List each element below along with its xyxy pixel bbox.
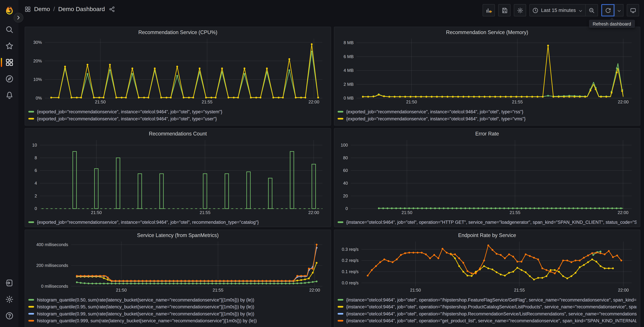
chart[interactable]: 0%10%20%30%21:5021:5522:00	[28, 36, 327, 107]
svg-text:21:55: 21:55	[510, 210, 520, 215]
sidebar	[0, 0, 18, 327]
refresh-button[interactable]	[601, 4, 614, 16]
legend: histogram_quantile(0.50, sum(rate(latenc…	[28, 296, 327, 324]
chart[interactable]: 02040608010021:5021:5522:00	[338, 138, 636, 218]
save-icon	[502, 7, 508, 14]
svg-text:100: 100	[341, 143, 348, 148]
time-range-picker[interactable]: Last 15 minutes	[530, 4, 586, 16]
svg-text:6 MB: 6 MB	[344, 54, 354, 59]
chart[interactable]: 0.0 req/s0.1 req/s0.2 req/s0.3 req/s21:5…	[338, 239, 636, 295]
svg-text:21:50: 21:50	[95, 100, 106, 104]
chart[interactable]: 024681021:5021:5522:00	[28, 138, 327, 218]
panel-title[interactable]: Recommendation Service (Memory)	[338, 30, 636, 35]
time-controls: Last 15 minutes	[530, 4, 598, 16]
sidebar-item-help[interactable]	[0, 308, 18, 324]
legend-item[interactable]: histogram_quantile(0.50, sum(rate(latenc…	[28, 296, 327, 303]
legend-series-label: {exported_job="recommendationservice", i…	[346, 116, 526, 121]
svg-text:8 MB: 8 MB	[344, 40, 354, 45]
zoom-out-button[interactable]	[586, 4, 598, 16]
chevron-down-icon	[578, 8, 583, 12]
svg-text:0%: 0%	[36, 96, 42, 100]
panel-recommendation-memory: Recommendation Service (Memory) 0 MB2 MB…	[334, 27, 640, 126]
legend-item[interactable]: {instance="otelcol:9464", job="otel", op…	[338, 317, 636, 324]
legend-series-marker	[338, 118, 343, 119]
gear-icon	[5, 295, 14, 304]
svg-text:21:50: 21:50	[402, 210, 412, 215]
sidebar-item-explore[interactable]	[0, 71, 18, 87]
legend: {instance="otelcol:9464", job="otel", op…	[338, 218, 636, 226]
svg-text:22:00: 22:00	[618, 288, 629, 292]
tv-mode-button[interactable]	[627, 4, 639, 16]
svg-text:80: 80	[343, 156, 348, 160]
refresh-controls: Refresh dashboard	[601, 4, 624, 16]
legend-item[interactable]: {instance="otelcol:9464", job="otel", op…	[338, 310, 636, 317]
legend-series-label: {exported_job="recommendationservice", i…	[37, 116, 217, 121]
breadcrumb: Demo / Demo Dashboard	[25, 6, 115, 12]
legend-item[interactable]: {exported_job="recommendationservice", i…	[338, 115, 636, 122]
svg-text:22:00: 22:00	[618, 100, 628, 104]
legend-item[interactable]: {exported_job="recommendationservice", i…	[28, 108, 327, 115]
legend-series-marker	[338, 299, 343, 300]
refresh-interval-dropdown[interactable]	[614, 4, 624, 16]
sidebar-item-starred[interactable]	[0, 38, 18, 54]
panel-title[interactable]: Recommendations Count	[28, 131, 327, 137]
legend-item[interactable]: {exported_job="recommendationservice", i…	[28, 218, 327, 226]
breadcrumb-page[interactable]: Demo Dashboard	[58, 6, 105, 12]
legend-item[interactable]: {instance="otelcol:9464", job="otel", op…	[338, 218, 636, 226]
panel-title[interactable]: Recommendation Service (CPU%)	[28, 30, 327, 35]
breadcrumb-section[interactable]: Demo	[34, 6, 50, 12]
svg-text:2 MB: 2 MB	[344, 82, 354, 86]
panel-title[interactable]: Error Rate	[338, 131, 636, 137]
svg-text:21:55: 21:55	[514, 288, 525, 292]
svg-text:6: 6	[34, 168, 37, 173]
legend-item[interactable]: {exported_job="recommendationservice", i…	[28, 115, 327, 122]
header: Demo / Demo Dashboard Last 15 minutes	[18, 0, 644, 21]
tv-icon	[630, 7, 636, 14]
legend-series-label: {instance="otelcol:9464", job="otel", op…	[346, 297, 636, 302]
legend: {exported_job="recommendationservice", i…	[338, 108, 636, 122]
legend-item[interactable]: histogram_quantile(0.95, sum(rate(latenc…	[28, 303, 327, 310]
legend-series-label: {instance="otelcol:9464", job="otel", op…	[346, 220, 636, 224]
star-icon	[5, 42, 14, 50]
sidebar-item-dashboards[interactable]	[0, 54, 18, 71]
svg-text:21:55: 21:55	[200, 210, 210, 215]
svg-text:4: 4	[34, 181, 37, 186]
share-button[interactable]	[109, 6, 115, 12]
legend-item[interactable]: histogram_quantile(0.99, sum(rate(latenc…	[28, 310, 327, 317]
legend-item[interactable]: {instance="otelcol:9464", job="otel", op…	[338, 296, 636, 303]
legend-series-marker	[338, 320, 343, 322]
chart[interactable]: 0 milliseconds200 milliseconds400 millis…	[28, 239, 327, 295]
svg-text:60: 60	[343, 168, 348, 173]
save-dashboard-button[interactable]	[498, 4, 510, 16]
legend-series-marker	[28, 221, 34, 223]
sidebar-item-alerting[interactable]	[0, 87, 18, 104]
legend: {instance="otelcol:9464", job="otel", op…	[338, 296, 636, 324]
panel-title[interactable]: Endpoint Rate by Service	[338, 232, 636, 238]
svg-text:22:00: 22:00	[308, 100, 319, 104]
add-panel-button[interactable]	[483, 4, 495, 16]
legend-item[interactable]: {exported_job="recommendationservice", i…	[338, 108, 636, 115]
toolbar: Last 15 minutes Refresh dashboard	[483, 4, 639, 16]
sidebar-item-configuration[interactable]	[0, 291, 18, 308]
bell-icon	[5, 91, 14, 100]
help-icon	[5, 312, 14, 320]
clock-icon	[532, 7, 538, 14]
refresh-icon	[605, 7, 611, 14]
legend-item[interactable]: {instance="otelcol:9464", job="otel", op…	[338, 303, 636, 310]
dashboard-settings-button[interactable]	[514, 4, 526, 16]
svg-text:20%: 20%	[33, 58, 42, 63]
legend: {exported_job="recommendationservice", i…	[28, 108, 327, 122]
sidebar-item-search[interactable]	[0, 21, 18, 38]
sidebar-expand-button[interactable]	[14, 13, 24, 23]
legend-series-marker	[338, 110, 343, 112]
chart[interactable]: 0 MB2 MB4 MB6 MB8 MB21:5021:5522:00	[338, 36, 636, 107]
svg-text:400 milliseconds: 400 milliseconds	[36, 242, 68, 247]
legend-item[interactable]: histogram_quantile(0.999, sum(rate(laten…	[28, 317, 327, 324]
legend-series-label: {instance="otelcol:9464", job="otel", op…	[346, 311, 636, 316]
legend-series-label: {instance="otelcol:9464", job="otel", op…	[346, 318, 636, 323]
zoom-out-icon	[588, 7, 595, 14]
svg-text:22:00: 22:00	[308, 210, 319, 215]
panel-title[interactable]: Service Latency (from SpanMetrics)	[28, 232, 327, 238]
sidebar-item-sign-in[interactable]	[0, 275, 18, 291]
svg-text:0 milliseconds: 0 milliseconds	[41, 284, 68, 288]
